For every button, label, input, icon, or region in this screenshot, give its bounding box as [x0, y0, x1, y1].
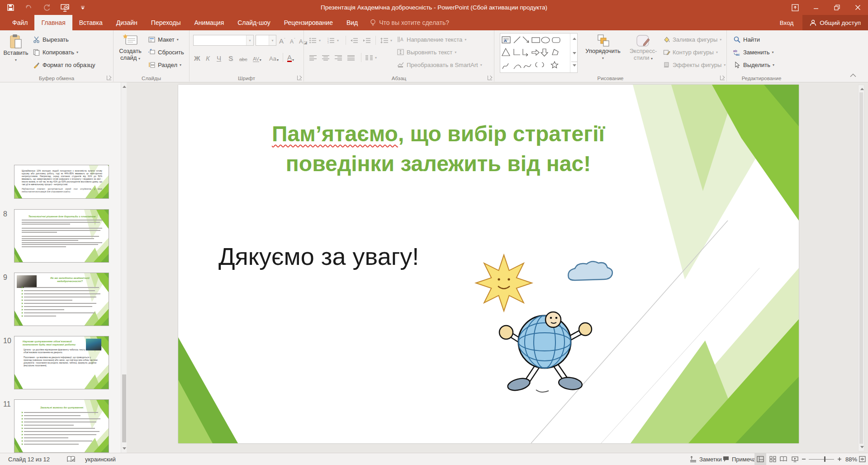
minimize-button[interactable]	[806, 0, 826, 15]
fit-slide-to-window-button[interactable]	[859, 453, 866, 465]
tab-home[interactable]: Главная	[34, 15, 72, 30]
zoom-slider-knob[interactable]	[824, 456, 825, 462]
collapse-ribbon-icon[interactable]	[850, 73, 856, 77]
font-dialog-launcher[interactable]	[297, 76, 302, 80]
normal-view-button[interactable]	[754, 453, 766, 465]
convert-smartart-button[interactable]: Преобразовать в SmartArt▾	[397, 59, 482, 70]
tab-design[interactable]: Дизайн	[109, 15, 144, 30]
tab-insert[interactable]: Вставка	[72, 15, 109, 30]
align-text-button[interactable]: Выровнять текст▾	[397, 47, 456, 58]
align-center-icon	[322, 55, 329, 61]
font-size-combo[interactable]: ▾	[256, 35, 276, 46]
lightbulb-icon	[370, 19, 376, 26]
tab-review[interactable]: Рецензирование	[277, 15, 340, 30]
text-direction-button[interactable]: A Направление текста▾	[397, 34, 466, 45]
character-spacing-button[interactable]: AV▾	[253, 51, 261, 63]
tab-slideshow[interactable]: Слайд-шоу	[231, 15, 277, 30]
thumbnail-panel-scrollbar[interactable]	[121, 82, 127, 453]
tab-animations[interactable]: Анимация	[188, 15, 231, 30]
tell-me-box[interactable]: Что вы хотите сделать?	[370, 15, 449, 30]
line-spacing-button[interactable]: ▾	[380, 35, 392, 46]
scrollbar-thumb[interactable]	[859, 92, 863, 444]
slide-thumbnail[interactable]: Загальні вимоги до цитування:	[14, 399, 109, 453]
clipboard-dialog-launcher[interactable]	[107, 76, 111, 80]
drawing-dialog-launcher[interactable]	[720, 76, 725, 80]
replace-button[interactable]: abac Заменить ▾	[733, 47, 773, 58]
spell-check-icon[interactable]	[67, 453, 75, 465]
change-case-button[interactable]: Aa▾	[269, 51, 279, 63]
zoom-in-button[interactable]	[837, 453, 842, 465]
shapes-gallery[interactable]: A	[500, 33, 578, 73]
slide-sorter-view-button[interactable]	[767, 453, 778, 465]
cut-button[interactable]: Вырезать	[33, 34, 69, 45]
find-button[interactable]: Найти	[733, 34, 760, 45]
align-left-button[interactable]	[309, 52, 317, 63]
tab-view[interactable]: Вид	[340, 15, 365, 30]
close-button[interactable]	[847, 0, 868, 15]
numbering-button[interactable]: 123▾	[327, 35, 339, 46]
slide-title[interactable]: Пам’ятаємо, що вибір стратегіїповедінки …	[251, 119, 626, 179]
restore-button[interactable]	[826, 0, 847, 15]
chevron-down-icon[interactable]: ▾	[269, 35, 276, 45]
thumbnail-slide-7[interactable]: Щонайменше 10% молодих людей погодилися …	[14, 165, 109, 199]
slide-thumbnail[interactable]: Наукове цитуванняяк обов’язковий компоне…	[14, 336, 109, 389]
thumbnail-slide-9[interactable]: 9 Як же запобігти академічній недоброчес…	[14, 273, 109, 326]
layout-button[interactable]: Макет ▾	[148, 34, 179, 45]
bullets-button[interactable]: ▾	[309, 35, 321, 46]
text-shadow-button[interactable]: S	[228, 51, 233, 63]
sign-in-button[interactable]: Вход	[771, 15, 803, 30]
shapes-gallery-scroll[interactable]	[570, 34, 577, 72]
increase-indent-button[interactable]	[363, 35, 370, 46]
shrink-font-button[interactable]: Аˇ	[290, 34, 295, 46]
reset-button[interactable]: Сбросить	[148, 47, 184, 58]
language-indicator[interactable]: украинский	[85, 453, 116, 465]
slide-canvas[interactable]: Пам’ятаємо, що вибір стратегіїповедінки …	[178, 85, 799, 443]
font-color-button[interactable]: А▾	[287, 51, 294, 63]
font-name-combo[interactable]: ▾	[193, 35, 254, 46]
editor-scrollbar[interactable]	[858, 85, 864, 451]
zoom-level[interactable]: 88%	[845, 453, 857, 465]
slide-counter[interactable]: Слайд 12 из 12	[8, 453, 50, 465]
share-button[interactable]: Общий доступ	[802, 15, 868, 30]
tab-transitions[interactable]: Переходы	[144, 15, 188, 30]
chevron-down-icon[interactable]: ▾	[246, 35, 253, 45]
globe-clipart[interactable]	[470, 251, 626, 396]
select-button[interactable]: Выделить ▾	[733, 59, 774, 70]
shape-effects-button[interactable]: Эффекты фигуры▾	[663, 59, 726, 70]
underline-button[interactable]: Ч	[217, 51, 221, 63]
slide-body-text[interactable]: Дякуємо за увагу!	[218, 242, 419, 270]
reading-view-button[interactable]	[778, 453, 789, 465]
zoom-out-button[interactable]	[802, 453, 806, 465]
shape-fill-button[interactable]: Заливка фигуры▾	[663, 34, 721, 45]
quick-styles-button[interactable]: Экспресс- стили ▾	[626, 32, 661, 62]
align-right-button[interactable]	[335, 52, 342, 63]
arrange-button[interactable]: Упорядочить ▾	[581, 32, 625, 62]
slide-thumbnail[interactable]: Щонайменше 10% молодих людей погодилися …	[14, 165, 109, 199]
align-center-button[interactable]	[322, 52, 329, 63]
decrease-indent-button[interactable]	[350, 35, 358, 46]
copy-button[interactable]: Копировать ▾	[33, 47, 78, 58]
slide-thumbnail[interactable]: Як же запобігти академічній недоброчесно…	[14, 273, 109, 326]
notes-toggle[interactable]: Заметки	[690, 453, 722, 465]
slideshow-view-button[interactable]	[789, 453, 801, 465]
tab-file[interactable]: Файл	[5, 15, 34, 30]
scrollbar-thumb[interactable]	[122, 374, 126, 442]
format-painter-button[interactable]: Формат по образцу	[33, 59, 95, 70]
italic-button[interactable]: К	[206, 51, 210, 63]
paragraph-dialog-launcher[interactable]	[488, 76, 492, 80]
strikethrough-button[interactable]: abc	[239, 51, 247, 63]
slide-thumbnail[interactable]: Технологічні рішення для боротьби з плаг…	[14, 209, 109, 263]
grow-font-button[interactable]: Аˆ	[279, 34, 285, 46]
section-button[interactable]: Раздел ▾	[148, 59, 181, 70]
thumbnail-slide-10[interactable]: 10 Наукове цитуванняяк обов’язковий комп…	[14, 336, 109, 389]
bold-button[interactable]: Ж	[194, 51, 200, 63]
ribbon-display-options-icon[interactable]	[785, 0, 806, 15]
zoom-slider-track[interactable]	[809, 459, 834, 460]
shape-outline-button[interactable]: Контур фигуры▾	[663, 47, 718, 58]
thumbnail-slide-11[interactable]: 11 Загальні вимоги до цитування:	[14, 399, 109, 453]
thumbnail-slide-8[interactable]: 8 Технологічні рішення для боротьби з пл…	[14, 209, 109, 263]
justify-button[interactable]	[347, 52, 355, 63]
new-slide-button[interactable]: Создать слайд ▾	[116, 32, 144, 62]
paste-button[interactable]: Вставить ▾	[3, 32, 29, 63]
columns-button[interactable]: ▾	[365, 52, 377, 63]
